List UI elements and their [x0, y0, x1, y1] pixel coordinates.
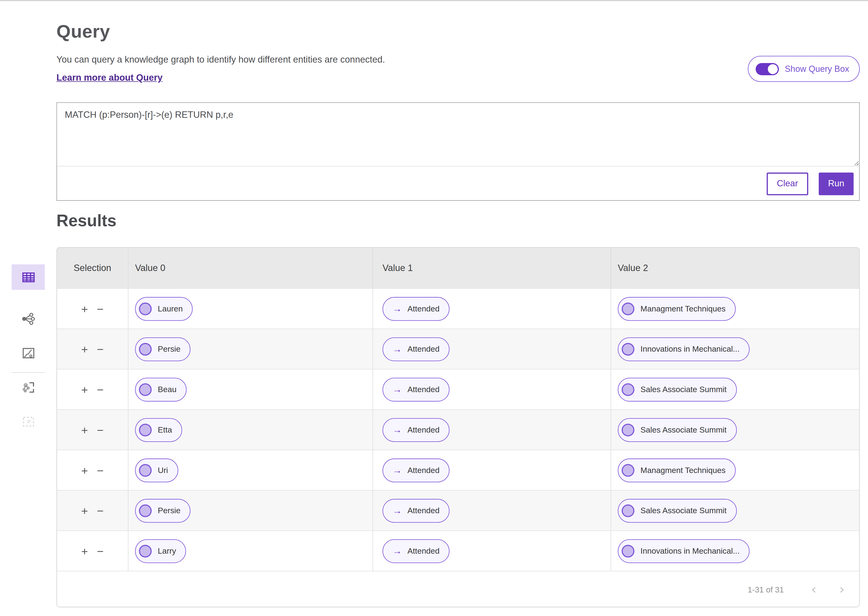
entity-node-icon	[139, 383, 151, 396]
dashed-box-icon	[21, 414, 36, 429]
rail-divider	[12, 372, 45, 372]
row-remove-button[interactable]: −	[97, 343, 104, 355]
arrow-right-icon: →	[392, 385, 402, 394]
chevron-right-icon	[837, 586, 846, 594]
entity-pill[interactable]: Persie	[135, 499, 191, 522]
chevron-left-icon	[810, 586, 818, 594]
table-pagination: 1-31 of 31	[57, 571, 859, 607]
row-remove-button[interactable]: −	[97, 383, 104, 395]
entity-pill[interactable]: Managment Techniques	[618, 458, 736, 482]
table-row: + − Etta →Attended Sales Associate Summi…	[57, 409, 859, 450]
query-input[interactable]: MATCH (p:Person)-[r]->(e) RETURN p,r,e	[57, 103, 859, 166]
results-title: Results	[57, 211, 117, 230]
relation-pill[interactable]: →Attended	[383, 458, 449, 482]
relation-pill[interactable]: →Attended	[383, 297, 449, 321]
run-button[interactable]: Run	[819, 172, 854, 195]
arrow-right-icon: →	[392, 465, 402, 475]
entity-node-icon	[139, 302, 151, 315]
relation-pill[interactable]: →Attended	[383, 377, 449, 401]
relation-pill[interactable]: →Attended	[383, 418, 449, 442]
row-remove-button[interactable]: −	[97, 464, 104, 476]
pagination-range-label: 1-31 of 31	[748, 585, 784, 594]
relation-label: Attended	[408, 426, 440, 434]
entity-pill[interactable]: Innovations in Mechanical...	[618, 337, 750, 361]
table-icon	[21, 270, 36, 284]
entity-label: Sales Associate Summit	[641, 506, 727, 515]
relation-label: Attended	[408, 304, 440, 313]
clear-button[interactable]: Clear	[767, 172, 808, 195]
table-row: + − Persie →Attended Sales Associate Sum…	[57, 490, 859, 531]
query-actions-bar: Clear Run	[57, 166, 859, 201]
next-page-button[interactable]	[836, 584, 847, 595]
query-box: MATCH (p:Person)-[r]->(e) RETURN p,r,e C…	[57, 102, 860, 201]
relation-label: Attended	[408, 466, 440, 475]
entity-node-icon	[622, 464, 634, 476]
entity-label: Etta	[158, 426, 172, 434]
entity-node-icon	[139, 545, 151, 557]
entity-node-icon	[622, 302, 634, 315]
entity-pill[interactable]: Sales Associate Summit	[618, 499, 737, 522]
sidebar-item-subgraph-view[interactable]	[12, 374, 45, 400]
top-divider	[0, 0, 868, 1]
learn-more-link[interactable]: Learn more about Query	[57, 72, 162, 83]
entity-label: Sales Associate Summit	[641, 426, 727, 434]
arrow-right-icon: →	[392, 344, 402, 354]
entity-pill[interactable]: Lauren	[135, 297, 193, 321]
sidebar-item-table-view[interactable]	[12, 264, 45, 290]
results-table: Selection Value 0 Value 1 Value 2 + − La…	[57, 247, 860, 607]
entity-pill[interactable]: Innovations in Mechanical...	[618, 539, 750, 563]
entity-node-icon	[622, 504, 634, 517]
page-header: Query You can query a knowledge graph to…	[57, 21, 860, 83]
relation-pill[interactable]: →Attended	[383, 539, 449, 563]
table-row: + − Uri →Attended Managment Techniques	[57, 450, 859, 490]
show-query-box-toggle[interactable]: Show Query Box	[748, 56, 860, 82]
row-remove-button[interactable]: −	[97, 424, 104, 436]
row-remove-button[interactable]: −	[97, 504, 104, 516]
entity-label: Innovations in Mechanical...	[641, 547, 740, 555]
table-row: + − Lauren →Attended Managment Technique…	[57, 288, 859, 328]
table-row: + − Beau →Attended Sales Associate Summi…	[57, 369, 859, 410]
entity-pill[interactable]: Managment Techniques	[618, 297, 736, 321]
row-add-button[interactable]: +	[81, 303, 88, 314]
entity-pill[interactable]: Sales Associate Summit	[618, 418, 737, 442]
table-header-row: Selection Value 0 Value 1 Value 2	[57, 248, 859, 288]
sidebar-item-network-view[interactable]	[12, 306, 45, 332]
entity-pill[interactable]: Uri	[135, 458, 178, 482]
arrow-right-icon: →	[392, 546, 402, 556]
entity-pill[interactable]: Sales Associate Summit	[618, 377, 737, 401]
relation-pill[interactable]: →Attended	[383, 499, 449, 522]
row-add-button[interactable]: +	[81, 343, 88, 355]
row-remove-button[interactable]: −	[97, 545, 104, 557]
row-add-button[interactable]: +	[81, 545, 88, 557]
entity-node-icon	[139, 423, 151, 436]
entity-node-icon	[139, 343, 151, 355]
query-page: Query You can query a knowledge graph to…	[0, 0, 868, 616]
entity-pill[interactable]: Persie	[135, 337, 191, 361]
row-add-button[interactable]: +	[81, 424, 88, 436]
entity-node-icon	[139, 504, 151, 517]
page-description: You can query a knowledge graph to ident…	[57, 54, 860, 65]
row-add-button[interactable]: +	[81, 383, 88, 395]
relation-label: Attended	[408, 506, 440, 515]
sidebar-item-path-view[interactable]	[12, 340, 45, 366]
entity-node-icon	[622, 343, 634, 355]
column-header-value2: Value 2	[611, 248, 859, 288]
column-header-value1: Value 1	[373, 248, 611, 288]
entity-pill[interactable]: Etta	[135, 418, 182, 442]
network-graph-icon	[21, 311, 36, 326]
arrow-right-icon: →	[392, 506, 402, 515]
entity-pill[interactable]: Beau	[135, 377, 186, 401]
previous-page-button[interactable]	[808, 584, 819, 595]
relation-label: Attended	[408, 385, 440, 394]
column-header-selection: Selection	[57, 248, 128, 288]
entity-pill[interactable]: Larry	[135, 539, 186, 563]
table-row: + − Larry →Attended Innovations in Mecha…	[57, 530, 859, 571]
route-map-icon	[21, 346, 36, 360]
row-add-button[interactable]: +	[81, 464, 88, 476]
entity-label: Persie	[158, 344, 181, 353]
row-remove-button[interactable]: −	[97, 303, 104, 314]
entity-label: Sales Associate Summit	[641, 385, 727, 394]
page-title: Query	[57, 21, 860, 42]
row-add-button[interactable]: +	[81, 504, 88, 516]
relation-pill[interactable]: →Attended	[383, 337, 449, 361]
